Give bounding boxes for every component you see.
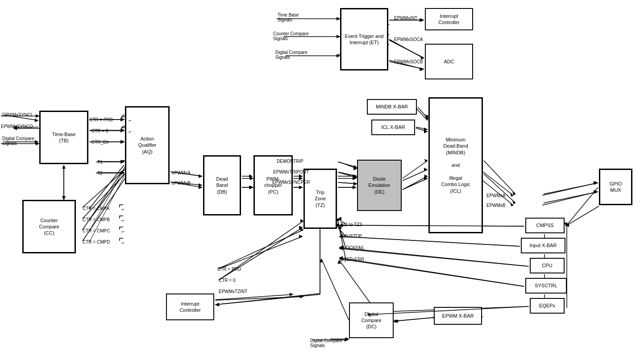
cc-block: CounterCompare(CC) bbox=[22, 200, 76, 253]
svg-line-55 bbox=[403, 170, 428, 181]
svg-marker-32 bbox=[121, 160, 124, 164]
mindb-block: MinimumDead-Band(MINDB)andIllegalCombo L… bbox=[428, 97, 483, 233]
svg-marker-20 bbox=[62, 196, 66, 200]
digital-compare-et-label: Digital CompareSignals bbox=[275, 50, 308, 60]
svg-marker-14 bbox=[35, 119, 38, 122]
ctr-cmpc-label: CTR = CMPC bbox=[83, 228, 110, 233]
pulse3: ⌐ bbox=[121, 206, 125, 212]
svg-marker-85 bbox=[353, 167, 357, 170]
svg-line-199 bbox=[339, 248, 529, 266]
svg-marker-148 bbox=[121, 128, 125, 132]
svg-marker-68 bbox=[594, 181, 597, 185]
tz1-tz3-label: TZ1 to TZ3 bbox=[340, 222, 362, 227]
dc-block: DigitalCompare(DC) bbox=[349, 302, 394, 338]
svg-marker-227 bbox=[345, 337, 349, 341]
svg-marker-78 bbox=[338, 217, 341, 220]
svg-line-71 bbox=[566, 187, 598, 226]
svg-marker-182 bbox=[424, 128, 428, 131]
svg-marker-188 bbox=[594, 181, 598, 185]
svg-line-61 bbox=[416, 128, 428, 132]
svg-marker-11 bbox=[420, 67, 423, 71]
svg-line-223 bbox=[321, 259, 349, 320]
svg-marker-52 bbox=[353, 177, 356, 180]
svg-marker-87 bbox=[353, 174, 357, 178]
svg-marker-144 bbox=[62, 165, 66, 169]
input-xbar-block: Input X-BAR bbox=[521, 238, 565, 253]
gpio-mux-block: GPIOMUX bbox=[599, 169, 632, 205]
svg-marker-106 bbox=[345, 338, 348, 342]
eqepxerr-label: EQEPxERR bbox=[340, 257, 364, 262]
svg-marker-216 bbox=[300, 295, 303, 298]
pulse4: ⌐ bbox=[121, 217, 125, 223]
svg-marker-89 bbox=[353, 182, 357, 186]
svg-marker-30 bbox=[121, 140, 124, 144]
ctr-dir-label: CTR_Dir bbox=[91, 140, 109, 145]
svg-marker-54 bbox=[353, 186, 356, 189]
ctr-cmpd-label: CTR = CMPD bbox=[83, 240, 110, 244]
svg-marker-154 bbox=[121, 171, 125, 174]
svg-marker-222 bbox=[395, 319, 398, 323]
svg-line-99 bbox=[393, 318, 433, 321]
svg-marker-72 bbox=[564, 223, 568, 226]
svg-marker-176 bbox=[424, 159, 428, 162]
svg-marker-62 bbox=[424, 130, 428, 133]
svg-line-103 bbox=[339, 260, 370, 303]
svg-line-109 bbox=[339, 236, 519, 246]
svg-marker-9 bbox=[420, 55, 423, 59]
ctr-prd-tz-label: CTR = PRD bbox=[217, 267, 241, 272]
svg-marker-141 bbox=[36, 142, 39, 145]
svg-line-217 bbox=[219, 230, 303, 269]
svg-marker-40 bbox=[199, 174, 202, 178]
svg-line-86 bbox=[339, 172, 357, 176]
svg-line-156 bbox=[83, 174, 125, 219]
svg-marker-160 bbox=[199, 174, 202, 178]
t1-label: T1 bbox=[97, 160, 103, 165]
svg-marker-174 bbox=[353, 186, 356, 189]
tz-block: TripZone(TZ) bbox=[303, 169, 337, 229]
ctr-0-aq-label: CTR = 0 bbox=[91, 128, 108, 133]
svg-marker-207 bbox=[354, 165, 357, 169]
clockfail-label: CLOCKFAIL bbox=[340, 245, 365, 250]
svg-line-175 bbox=[403, 161, 428, 178]
svg-line-111 bbox=[339, 248, 528, 266]
svg-line-187 bbox=[544, 183, 598, 194]
svg-marker-166 bbox=[249, 186, 253, 189]
svg-marker-26 bbox=[121, 129, 124, 132]
intctrl1-block: InterruptController bbox=[425, 8, 473, 30]
cmpss-block: CMPSS bbox=[525, 218, 565, 233]
digital-compare-dc-label: Digital CompareSignals bbox=[310, 338, 342, 348]
icl-xbar-block: ICL X-BAR bbox=[371, 120, 415, 135]
db-block: DeadBand(DB) bbox=[203, 155, 241, 215]
digital-compare-tb-label: Digital CompareSignals bbox=[2, 136, 34, 146]
svg-marker-194 bbox=[566, 223, 569, 227]
svg-marker-96 bbox=[299, 235, 303, 238]
svg-marker-146 bbox=[121, 118, 125, 121]
svg-marker-122 bbox=[337, 17, 340, 21]
svg-line-189 bbox=[544, 192, 598, 203]
pulse2: ⌐ bbox=[129, 128, 132, 135]
epwmxa-out-label: EPWMxA bbox=[486, 193, 506, 198]
svg-line-117 bbox=[89, 174, 124, 220]
diagram: Event Trigger and Interrupt (ET) Interru… bbox=[0, 0, 640, 364]
svg-line-116 bbox=[89, 165, 124, 209]
svg-line-59 bbox=[416, 108, 428, 120]
time-base-signals-label: Time BaseSignals bbox=[278, 12, 299, 22]
pc-block: PWM-chopper(PC) bbox=[254, 155, 293, 215]
svg-marker-60 bbox=[425, 117, 428, 120]
svg-marker-42 bbox=[199, 183, 202, 187]
pulse6: ⌐ bbox=[121, 240, 125, 246]
svg-marker-34 bbox=[121, 171, 124, 175]
epwmxint-label: EPWMxINT bbox=[394, 16, 417, 21]
cpu-block: CPU bbox=[530, 258, 565, 273]
svg-line-213 bbox=[216, 294, 320, 305]
svg-marker-18 bbox=[35, 140, 38, 144]
epwmxsocb-label: EPWMxSOCB bbox=[394, 59, 423, 64]
svg-marker-190 bbox=[594, 190, 598, 194]
epwmxa-aq-label: ePWMxA bbox=[172, 170, 191, 175]
emustop-label: EMUSTOP bbox=[340, 234, 362, 239]
svg-marker-218 bbox=[300, 228, 303, 232]
svg-line-131 bbox=[389, 40, 424, 58]
t2-label: T2 bbox=[97, 171, 103, 176]
svg-line-57 bbox=[403, 178, 428, 190]
svg-marker-46 bbox=[250, 186, 254, 189]
